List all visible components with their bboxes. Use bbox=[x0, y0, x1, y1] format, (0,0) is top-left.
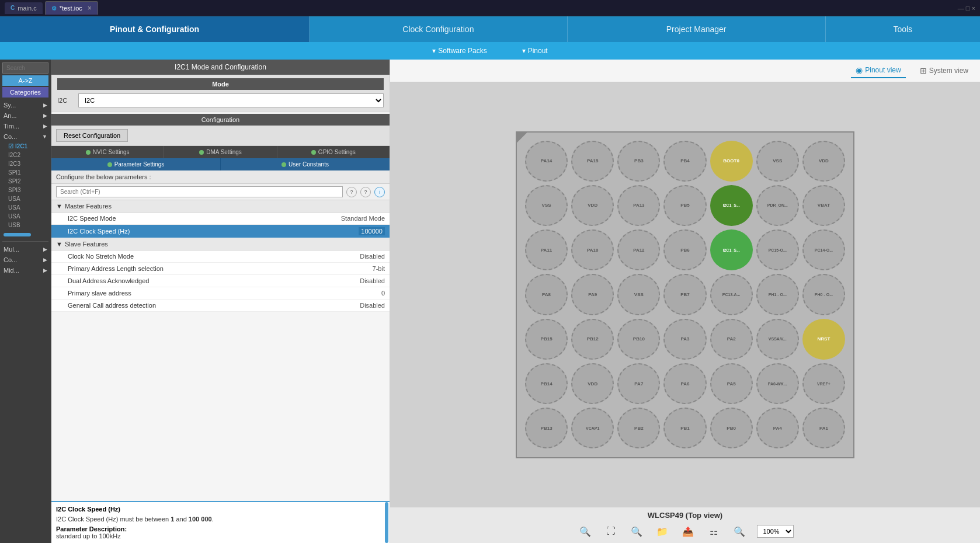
tool-zoom-in[interactable]: 🔍 bbox=[577, 523, 593, 539]
mode-select[interactable]: I2C bbox=[78, 93, 384, 107]
pin-pa8[interactable]: PA8 bbox=[525, 274, 568, 315]
tab-test-ioc[interactable]: ⚙ *test.ioc × bbox=[45, 1, 98, 15]
tab-project-manager[interactable]: Project Manager bbox=[568, 16, 826, 42]
param-row-primary-slave-addr[interactable]: Primary slave address 0 bbox=[51, 287, 390, 300]
param-row-dual-addr[interactable]: Dual Address Acknowledged Disabled bbox=[51, 275, 390, 287]
pin-pa11[interactable]: PA11 bbox=[525, 229, 568, 270]
pin-pa15[interactable]: PA15 bbox=[571, 141, 614, 182]
tool-split[interactable]: ⚏ bbox=[706, 523, 722, 539]
sub-nav-pinout[interactable]: ▾ Pinout bbox=[522, 47, 548, 55]
pin-pb7[interactable]: PB7 bbox=[663, 274, 706, 315]
pin-pb3[interactable]: PB3 bbox=[617, 141, 660, 182]
pin-vref[interactable]: VREF+ bbox=[802, 363, 845, 404]
zoom-select[interactable]: 100% 75% 50% 150% bbox=[757, 525, 794, 538]
param-row-i2c-speed-mode[interactable]: I2C Speed Mode Standard Mode bbox=[51, 213, 390, 225]
param-row-general-call[interactable]: General Call address detection Disabled bbox=[51, 300, 390, 312]
pin-pa5[interactable]: PA5 bbox=[710, 363, 753, 404]
param-row-clock-no-stretch[interactable]: Clock No Stretch Mode Disabled bbox=[51, 250, 390, 263]
pin-pc14[interactable]: PC14-O... bbox=[802, 229, 845, 270]
tab-dma-settings[interactable]: DMA Settings bbox=[164, 146, 277, 158]
tab-user-constants[interactable]: User Constants bbox=[221, 158, 390, 170]
sidebar-item-sy[interactable]: Sy...▶ bbox=[2, 100, 48, 110]
pin-vcap1[interactable]: VCAP1 bbox=[571, 408, 614, 448]
search-input[interactable] bbox=[2, 62, 48, 74]
pin-vdd-r1[interactable]: VDD bbox=[802, 141, 845, 182]
sidebar-item-tim[interactable]: Tim...▶ bbox=[2, 121, 48, 131]
pin-pb15[interactable]: PB15 bbox=[525, 319, 568, 360]
pin-pa7[interactable]: PA7 bbox=[617, 363, 660, 404]
sidebar-item-co[interactable]: Co...▼ bbox=[2, 131, 48, 142]
param-options-icon[interactable]: i bbox=[374, 187, 385, 197]
tab-pinout-config[interactable]: Pinout & Configuration bbox=[0, 16, 310, 42]
sub-nav-software-packs[interactable]: ▾ Software Packs bbox=[432, 47, 486, 55]
sidebar-sub-usb[interactable]: USB bbox=[2, 221, 48, 229]
tab-main-c[interactable]: C main.c bbox=[5, 2, 43, 14]
pin-pc13[interactable]: PC13-A... bbox=[710, 274, 753, 315]
pin-pb13[interactable]: PB13 bbox=[525, 408, 568, 448]
pin-pb4[interactable]: PB4 bbox=[663, 141, 706, 182]
sidebar-sub-i2c2[interactable]: I2C2 bbox=[2, 151, 48, 159]
pin-pa4[interactable]: PA4 bbox=[756, 408, 799, 448]
sidebar-item-co2[interactable]: Co...▶ bbox=[2, 255, 48, 265]
pin-vss-r4[interactable]: VSS bbox=[617, 274, 660, 315]
pin-vdd-r6[interactable]: VDD bbox=[571, 363, 614, 404]
pin-nrst[interactable]: NRST bbox=[802, 319, 845, 360]
pin-boot0[interactable]: BOOT0 bbox=[710, 141, 753, 182]
tab-gpio-settings[interactable]: GPIO Settings bbox=[277, 146, 390, 158]
pin-vdd-r2[interactable]: VDD bbox=[571, 185, 614, 226]
pin-ph0[interactable]: PH0 - O... bbox=[802, 274, 845, 315]
sidebar-sub-i2c1[interactable]: ☑ I2C1 bbox=[2, 142, 48, 151]
pin-pb14[interactable]: PB14 bbox=[525, 363, 568, 404]
pin-pa14[interactable]: PA14 bbox=[525, 141, 568, 182]
sidebar-item-mid[interactable]: Mid...▶ bbox=[2, 265, 48, 276]
pin-pa2[interactable]: PA2 bbox=[710, 319, 753, 360]
categories-button[interactable]: Categories bbox=[2, 87, 48, 98]
pin-pa9[interactable]: PA9 bbox=[571, 274, 614, 315]
sidebar-item-an[interactable]: An...▶ bbox=[2, 110, 48, 121]
sidebar-sub-usa1[interactable]: USA bbox=[2, 194, 48, 203]
pin-vss-r2[interactable]: VSS bbox=[525, 185, 568, 226]
pin-pa3[interactable]: PA3 bbox=[663, 319, 706, 360]
tab-system-view[interactable]: ⊞ System view bbox=[915, 64, 973, 78]
tab-parameter-settings[interactable]: Parameter Settings bbox=[51, 158, 221, 170]
param-row-primary-addr-len[interactable]: Primary Address Length selection 7-bit bbox=[51, 263, 390, 275]
tab-nvic-settings[interactable]: NVIC Settings bbox=[51, 146, 164, 158]
param-help-icon[interactable]: ? bbox=[346, 187, 357, 197]
tab-tools[interactable]: Tools bbox=[826, 16, 980, 42]
pin-pb1[interactable]: PB1 bbox=[663, 408, 706, 448]
pin-pb12[interactable]: PB12 bbox=[571, 319, 614, 360]
sidebar-sub-i2c3[interactable]: I2C3 bbox=[2, 159, 48, 168]
pin-pc15[interactable]: PC15-O... bbox=[756, 229, 799, 270]
pin-pb0[interactable]: PB0 bbox=[710, 408, 753, 448]
slave-features-group[interactable]: ▼ Slave Features bbox=[51, 238, 390, 250]
az-button[interactable]: A->Z bbox=[2, 75, 48, 86]
tool-import[interactable]: 📁 bbox=[654, 523, 670, 539]
sidebar-sub-usa3[interactable]: USA bbox=[2, 212, 48, 221]
master-features-group[interactable]: ▼ Master Features bbox=[51, 200, 390, 213]
pin-i2c1-s2[interactable]: I2C1_S... bbox=[710, 229, 753, 270]
sidebar-sub-spi2[interactable]: SPI2 bbox=[2, 177, 48, 186]
pin-pb6[interactable]: PB6 bbox=[663, 229, 706, 270]
tab-clock-config[interactable]: Clock Configuration bbox=[310, 16, 568, 42]
sidebar-sub-spi3[interactable]: SPI3 bbox=[2, 186, 48, 194]
tool-search-pin[interactable]: 🔍 bbox=[731, 523, 748, 539]
pin-pa10[interactable]: PA10 bbox=[571, 229, 614, 270]
param-search-input[interactable] bbox=[56, 186, 343, 197]
sidebar-sub-usa2[interactable]: USA bbox=[2, 203, 48, 212]
pin-pa0[interactable]: PA0-WK... bbox=[756, 363, 799, 404]
tool-expand[interactable]: ⛶ bbox=[603, 523, 619, 539]
pin-pb5[interactable]: PB5 bbox=[663, 185, 706, 226]
pin-pa13[interactable]: PA13 bbox=[617, 185, 660, 226]
pin-vss-r1[interactable]: VSS bbox=[756, 141, 799, 182]
pin-pa1[interactable]: PA1 bbox=[802, 408, 845, 448]
pin-pb10[interactable]: PB10 bbox=[617, 319, 660, 360]
tool-export[interactable]: 📤 bbox=[680, 523, 696, 539]
pin-pa12[interactable]: PA12 bbox=[617, 229, 660, 270]
sidebar-item-mul[interactable]: Mul...▶ bbox=[2, 244, 48, 255]
tab-close-icon[interactable]: × bbox=[88, 4, 92, 12]
param-info-icon[interactable]: ? bbox=[360, 187, 371, 197]
pin-ph1[interactable]: PH1 - O... bbox=[756, 274, 799, 315]
reset-config-button[interactable]: Reset Configuration bbox=[56, 129, 128, 142]
pin-i2c1-s1[interactable]: I2C1_S... bbox=[710, 185, 753, 226]
pin-pb2[interactable]: PB2 bbox=[617, 408, 660, 448]
